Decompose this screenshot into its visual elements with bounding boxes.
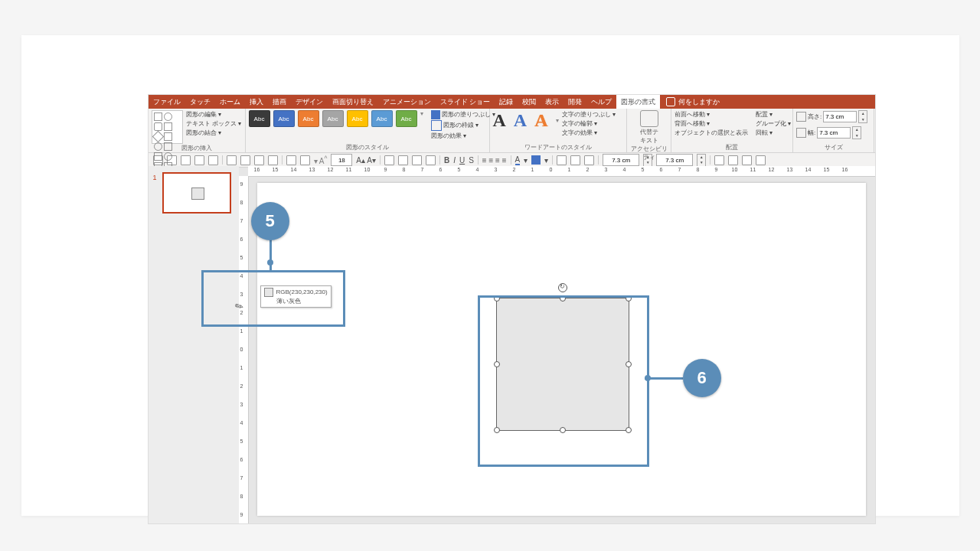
tab-デザイン[interactable]: デザイン xyxy=(291,95,328,109)
width-spinner[interactable]: ▲▼ xyxy=(852,126,861,139)
shape-outline-menu[interactable]: 図形の枠線 ▾ xyxy=(431,120,495,131)
tab-画面切り替え[interactable]: 画面切り替え xyxy=(328,95,378,109)
tell-me-search[interactable]: 何をしますか xyxy=(660,95,720,109)
qat-icon[interactable] xyxy=(240,155,250,165)
qat-icon[interactable] xyxy=(300,155,310,165)
qat-icon[interactable] xyxy=(728,155,738,165)
qat-icon[interactable] xyxy=(268,155,278,165)
style-chip[interactable]: Abc xyxy=(322,110,344,127)
slide-thumbnail-1[interactable] xyxy=(162,172,231,214)
qat-icon[interactable] xyxy=(742,155,752,165)
bring-forward-menu[interactable]: 前面へ移動 ▾ xyxy=(675,110,748,119)
shape-effects-menu[interactable]: 図形の効果 ▾ xyxy=(431,132,495,140)
group-label-wordart: ワードアートのスタイル xyxy=(493,143,624,152)
font-size-input[interactable] xyxy=(331,154,352,166)
width-input-row: 幅: ▲▼ xyxy=(796,126,867,139)
group-label-arrange: 配置 xyxy=(675,143,789,152)
ruler-vertical: 9876543210123456789 xyxy=(239,176,249,523)
height-input[interactable] xyxy=(823,111,857,122)
rotate-menu[interactable]: 回転 ▾ xyxy=(756,129,791,137)
height-input-row: 高さ: ▲▼ xyxy=(796,110,867,123)
tab-記録[interactable]: 記録 xyxy=(495,95,518,109)
style-chip[interactable]: Abc xyxy=(298,110,319,127)
tab-ヘルプ[interactable]: ヘルプ xyxy=(586,95,616,109)
callout-connector xyxy=(270,240,272,270)
style-chip[interactable]: Abc xyxy=(273,110,295,127)
posx-spinner[interactable]: ▲▼ xyxy=(643,154,652,167)
tab-タッチ[interactable]: タッチ xyxy=(185,95,215,109)
style-chip[interactable]: Abc xyxy=(371,110,393,127)
align-menu[interactable]: 配置 ▾ xyxy=(756,110,791,119)
group-label-size: サイズ xyxy=(796,143,871,152)
tab-スライド ショー[interactable]: スライド ショー xyxy=(436,95,495,109)
text-effects-menu[interactable]: 文字の効果 ▾ xyxy=(562,129,616,137)
qat-icon[interactable] xyxy=(286,155,296,165)
ruler-horizontal: 1615141312111098765432101234567891011121… xyxy=(248,166,875,177)
merge-shapes-menu[interactable]: 図形の結合 ▾ xyxy=(186,129,241,137)
fill-color-button[interactable] xyxy=(531,155,541,165)
style-chip[interactable]: Abc xyxy=(347,110,368,127)
qat-icon[interactable] xyxy=(194,155,204,165)
qat-icon[interactable] xyxy=(384,155,394,165)
shape-fill-menu[interactable]: 図形の塗りつぶし ▾ xyxy=(431,110,495,119)
qat-icon[interactable] xyxy=(426,155,436,165)
tab-挿入[interactable]: 挿入 xyxy=(245,95,268,109)
callout-badge-5: 5 xyxy=(251,202,289,240)
tab-開発[interactable]: 開発 xyxy=(564,95,586,109)
pos-x-input[interactable] xyxy=(603,154,639,166)
send-backward-menu[interactable]: 背面へ移動 ▾ xyxy=(675,119,748,128)
qat-icon[interactable] xyxy=(714,155,724,165)
selection-pane-button[interactable]: オブジェクトの選択と表示 xyxy=(675,129,748,137)
slide-thumbnails-pane: 1 xyxy=(149,166,239,523)
tab-図形の書式[interactable]: 図形の書式 xyxy=(616,95,660,109)
qat-icon[interactable] xyxy=(584,155,594,165)
rotate-handle[interactable] xyxy=(558,283,567,292)
callout-dot xyxy=(645,375,651,381)
tab-表示[interactable]: 表示 xyxy=(541,95,564,109)
wordart-gallery[interactable]: A A A ▾ xyxy=(493,110,559,131)
group-menu[interactable]: グループ化 ▾ xyxy=(756,119,791,128)
qat-icon[interactable] xyxy=(412,155,422,165)
font-color-button[interactable]: A xyxy=(515,155,521,165)
qat-icon[interactable] xyxy=(557,155,567,165)
ribbon: 図形の編集 ▾ テキスト ボックス ▾ 図形の結合 ▾ 図形の挿入 AbcAbc… xyxy=(149,109,875,153)
color-tooltip: RGB(230,230,230) 薄い灰色 xyxy=(260,285,332,308)
style-chip[interactable]: Abc xyxy=(396,110,417,127)
alt-text-button[interactable]: 代替テキスト xyxy=(639,110,660,145)
tab-描画[interactable]: 描画 xyxy=(268,95,291,109)
group-label-styles: 図形のスタイル xyxy=(249,143,486,152)
textbox-menu[interactable]: テキスト ボックス ▾ xyxy=(186,119,241,128)
shape-gallery[interactable] xyxy=(152,110,184,144)
qat-icon[interactable] xyxy=(227,155,237,165)
pos-y-input[interactable] xyxy=(656,154,693,166)
qat-icon[interactable] xyxy=(570,155,580,165)
qat-icon[interactable] xyxy=(398,155,408,165)
tab-ファイル[interactable]: ファイル xyxy=(149,95,185,109)
callout-box-6 xyxy=(478,295,649,467)
tab-アニメーション[interactable]: アニメーション xyxy=(378,95,436,109)
posy-spinner[interactable]: ▲▼ xyxy=(697,154,706,167)
callout-dot xyxy=(267,259,273,266)
qat-icon[interactable] xyxy=(756,155,766,165)
width-input[interactable] xyxy=(817,127,851,139)
text-fill-menu[interactable]: 文字の塗りつぶし ▾ xyxy=(562,110,616,119)
edit-shape-menu[interactable]: 図形の編集 ▾ xyxy=(186,110,241,119)
shape-styles-gallery[interactable]: AbcAbcAbcAbcAbcAbcAbc xyxy=(249,110,417,127)
callout-badge-6: 6 xyxy=(683,359,721,397)
qat-icon[interactable] xyxy=(254,155,264,165)
tab-校閲[interactable]: 校閲 xyxy=(518,95,541,109)
ribbon-tabs: ファイルタッチホーム挿入描画デザイン画面切り替えアニメーションスライド ショー記… xyxy=(149,95,875,109)
text-outline-menu[interactable]: 文字の輪郭 ▾ xyxy=(562,119,616,128)
qat-icon[interactable] xyxy=(181,155,191,165)
tab-ホーム[interactable]: ホーム xyxy=(215,95,245,109)
height-spinner[interactable]: ▲▼ xyxy=(858,110,867,123)
qat-icon[interactable] xyxy=(208,155,218,165)
slide-number: 1 xyxy=(153,174,157,181)
style-chip[interactable]: Abc xyxy=(249,110,270,127)
